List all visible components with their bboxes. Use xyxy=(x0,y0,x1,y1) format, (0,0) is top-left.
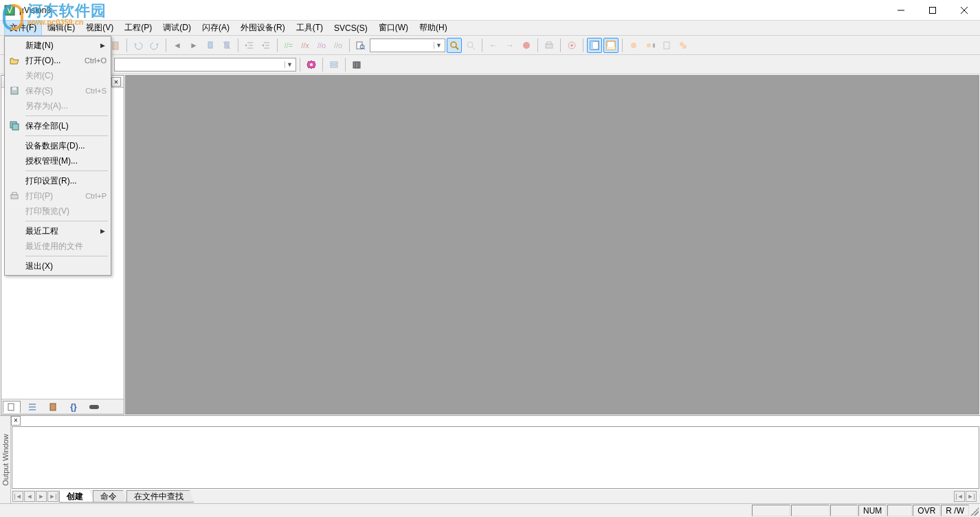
kill-breakpoints-button[interactable]: ■ xyxy=(643,38,658,53)
debug-start-button[interactable] xyxy=(564,38,579,53)
bookmark-next-button[interactable]: ► xyxy=(186,38,201,53)
menu-file[interactable]: 文件(F) xyxy=(4,20,42,36)
svg-point-49 xyxy=(682,45,687,49)
menu-item-print-setup[interactable]: 打印设置(R)... xyxy=(6,173,109,188)
tab-func[interactable]: {} xyxy=(65,401,82,413)
menu-view[interactable]: 视图(V) xyxy=(80,20,119,36)
books-button[interactable] xyxy=(349,57,364,72)
menu-project[interactable]: 工程(P) xyxy=(119,20,157,36)
menu-item-recent-projects[interactable]: 最近工程 ▶ xyxy=(6,223,109,239)
template-icon xyxy=(89,404,99,410)
tab-temp[interactable] xyxy=(85,401,103,413)
tab-files[interactable] xyxy=(3,401,21,413)
redo-button[interactable] xyxy=(147,38,162,53)
target-combo[interactable]: ▼ xyxy=(114,58,296,72)
manage-button[interactable] xyxy=(326,57,342,72)
tab-books[interactable] xyxy=(44,401,62,413)
menu-item-license[interactable]: 授权管理(M)... xyxy=(6,153,109,168)
undo-button[interactable] xyxy=(131,38,146,53)
menu-help[interactable]: 帮助(H) xyxy=(414,20,453,36)
tab-regs[interactable] xyxy=(23,401,41,413)
maximize-button[interactable] xyxy=(917,0,948,21)
menu-item-device-db[interactable]: 设备数据库(D)... xyxy=(6,138,109,153)
close-button[interactable] xyxy=(948,0,980,21)
menu-svcs[interactable]: SVCS(S) xyxy=(328,21,373,35)
svg-line-32 xyxy=(456,47,458,50)
svg-text:V: V xyxy=(7,6,12,15)
save-all-icon xyxy=(8,120,21,132)
comment-button[interactable]: //= xyxy=(281,38,296,53)
menu-item-print-preview: 打印预览(V) xyxy=(6,204,109,219)
nav-fwd-button[interactable]: → xyxy=(502,38,517,53)
tab-nav-next[interactable]: ► xyxy=(36,491,47,502)
window-title: µVision3 xyxy=(19,6,51,15)
menu-debug[interactable]: 调试(D) xyxy=(157,20,197,36)
output-scroll-left[interactable]: |◄ xyxy=(954,491,965,502)
bookmark-clear-button[interactable] xyxy=(219,38,234,53)
list-icon xyxy=(28,403,36,411)
nav-back-button[interactable]: ← xyxy=(486,38,501,53)
bookmark-prev-button[interactable]: ◄ xyxy=(170,38,185,53)
svg-rect-65 xyxy=(358,62,360,68)
menu-peripherals[interactable]: 外围设备(R) xyxy=(235,20,291,36)
resize-grip-icon[interactable] xyxy=(970,507,979,516)
enable-breakpoints-button[interactable] xyxy=(659,38,674,53)
menu-item-open[interactable]: 打开(O)... Ctrl+O xyxy=(6,53,109,68)
uncomment-button[interactable]: //x xyxy=(298,38,313,53)
bookmark-toggle-button[interactable] xyxy=(203,38,218,53)
svg-point-45 xyxy=(647,43,651,47)
svg-point-48 xyxy=(680,42,684,46)
svg-rect-19 xyxy=(208,42,212,48)
svg-rect-43 xyxy=(607,47,615,50)
title-bar: V µVision3 xyxy=(0,0,980,21)
macro2-button[interactable]: //o xyxy=(331,38,346,53)
svg-rect-36 xyxy=(546,44,553,48)
status-ovr: OVR xyxy=(913,505,940,516)
debug-button[interactable] xyxy=(519,38,534,53)
build-toolbar: ▼ xyxy=(0,55,980,74)
output-tab-find[interactable]: 在文件中查找 xyxy=(126,490,194,503)
output-close-button[interactable]: × xyxy=(11,416,21,426)
svg-point-33 xyxy=(467,42,473,47)
tab-nav-prev[interactable]: ◄ xyxy=(24,491,35,502)
minimize-button[interactable] xyxy=(885,0,917,21)
svg-rect-77 xyxy=(12,192,16,195)
output-tab-build[interactable]: 创建 xyxy=(59,490,93,503)
output-window-button[interactable] xyxy=(603,38,619,53)
output-scroll-right[interactable]: ►| xyxy=(966,491,977,502)
menu-item-save-all[interactable]: 保存全部(L) xyxy=(6,118,109,133)
menu-tools[interactable]: 工具(T) xyxy=(291,20,328,36)
find-in-files-button[interactable] xyxy=(353,38,368,53)
tab-nav-last[interactable]: ►| xyxy=(47,491,58,502)
menu-edit[interactable]: 编辑(E) xyxy=(42,20,80,36)
output-label: Output Window xyxy=(0,416,11,503)
svg-point-39 xyxy=(570,44,573,47)
menu-flash[interactable]: 闪存(A) xyxy=(197,20,235,36)
svg-rect-73 xyxy=(12,87,16,90)
svg-rect-17 xyxy=(113,42,118,50)
output-tab-command[interactable]: 命令 xyxy=(93,490,127,503)
svg-rect-76 xyxy=(11,195,18,199)
menu-item-save-as: 另存为(A)... xyxy=(6,98,109,113)
find-button[interactable] xyxy=(447,38,462,53)
options-button[interactable] xyxy=(304,57,319,72)
find-combo[interactable]: ▼ xyxy=(370,38,445,52)
indent-button[interactable] xyxy=(242,38,257,53)
menu-item-exit[interactable]: 退出(X) xyxy=(6,258,109,274)
macro-button[interactable]: //o xyxy=(314,38,329,53)
disable-breakpoints-button[interactable] xyxy=(676,38,691,53)
print-button[interactable] xyxy=(542,38,557,53)
braces-icon: {} xyxy=(70,402,76,412)
breakpoint-button[interactable] xyxy=(626,38,641,53)
menu-item-new[interactable]: 新建(N) ▶ xyxy=(6,38,109,53)
output-text-area[interactable] xyxy=(12,426,979,489)
output-window: Output Window × |◄ ◄ ► ►| 创建 命令 在文件中查找 |… xyxy=(0,415,980,503)
outdent-button[interactable] xyxy=(258,38,274,53)
menu-window[interactable]: 窗口(W) xyxy=(373,20,414,36)
project-window-button[interactable] xyxy=(587,38,602,53)
save-icon xyxy=(8,85,21,97)
incremental-find-button[interactable] xyxy=(463,38,478,53)
tab-nav-first[interactable]: |◄ xyxy=(12,491,23,502)
svg-rect-66 xyxy=(8,404,14,410)
panel-close-button[interactable]: × xyxy=(111,77,121,87)
